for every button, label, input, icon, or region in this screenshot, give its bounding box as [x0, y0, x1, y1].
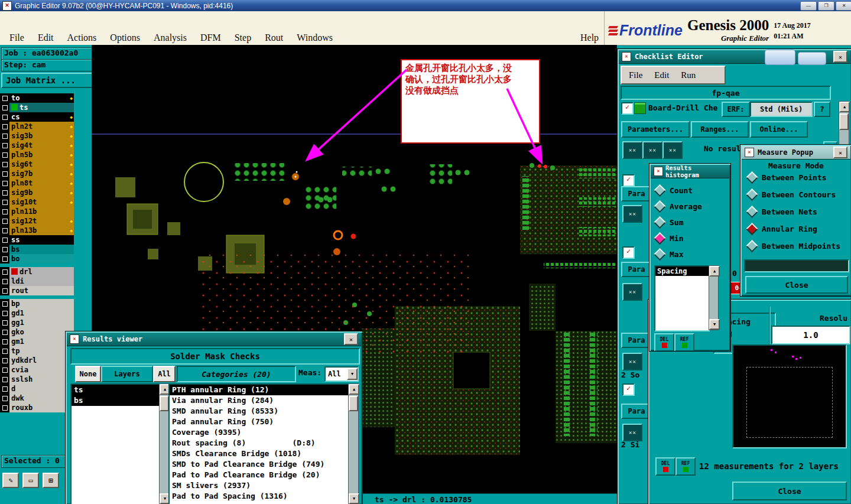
mode-between-midpoints[interactable]: Between Midpoints: [748, 242, 840, 251]
online-button[interactable]: Online...: [750, 121, 808, 138]
menu-options[interactable]: Options: [110, 32, 140, 43]
layer-checkbox[interactable]: [0, 267, 9, 277]
layer-checkbox[interactable]: [0, 403, 9, 412]
layer-checkbox[interactable]: [0, 245, 9, 254]
menu-step[interactable]: Step: [235, 32, 251, 43]
layer-checkbox[interactable]: [0, 365, 9, 375]
grid-tool-button[interactable]: ⊞: [43, 473, 59, 488]
layer-row-gm1[interactable]: gm1: [0, 337, 74, 346]
mode-between-nets[interactable]: Between Nets: [748, 207, 817, 216]
layer-checkbox[interactable]: [0, 277, 9, 286]
results-viewer-close-button[interactable]: ✕: [344, 333, 358, 345]
menu-edit[interactable]: Edit: [38, 32, 54, 43]
layer-checkbox[interactable]: [0, 308, 9, 318]
layer-checkbox[interactable]: [0, 394, 9, 403]
layer-item-bs[interactable]: bs: [72, 395, 160, 406]
layer-checkbox[interactable]: [0, 122, 9, 131]
layer-checkbox[interactable]: [0, 235, 9, 245]
category-row[interactable]: Via annular Ring (284): [170, 395, 349, 406]
checklist-menu-run[interactable]: Run: [681, 70, 696, 80]
layer-checkbox[interactable]: [0, 141, 9, 150]
ranges-button[interactable]: Ranges...: [691, 121, 749, 138]
job-matrix-button[interactable]: Job Matrix ...: [1, 73, 95, 88]
layer-row-tp[interactable]: tp: [0, 346, 74, 356]
measure-preview[interactable]: [732, 344, 847, 448]
layer-row-rout[interactable]: rout: [0, 286, 74, 295]
help-button[interactable]: ?: [814, 102, 830, 117]
close-button[interactable]: ✕: [836, 1, 851, 11]
ref-button[interactable]: REF: [675, 457, 696, 476]
layer-row-drl[interactable]: drl: [0, 267, 74, 277]
histogram-scrollbar[interactable]: ▲ ▼: [709, 265, 719, 330]
scroll-up-button[interactable]: ▲: [349, 384, 359, 395]
layer-checkbox[interactable]: [0, 384, 9, 394]
layer-checkbox[interactable]: [0, 93, 9, 103]
layer-row-cvia[interactable]: cvia: [0, 365, 74, 375]
check-enabled-checkbox[interactable]: ✓: [621, 102, 634, 115]
histogram-list[interactable]: Spacing: [654, 265, 710, 331]
category-row[interactable]: Rout spacing (8) (D:8): [170, 438, 349, 448]
layer-row-sslsh[interactable]: sslsh: [0, 375, 74, 384]
layer-row-ss[interactable]: ss: [0, 235, 74, 245]
histogram-del-button[interactable]: DEL: [654, 333, 674, 352]
parameters-button-partial[interactable]: Para: [621, 262, 652, 277]
shape-tool-button[interactable]: ▭: [22, 473, 39, 488]
results-icon-button[interactable]: ✕✕: [622, 353, 642, 370]
filter-none-button[interactable]: None: [75, 366, 101, 382]
resolution-value[interactable]: 1.0: [771, 326, 850, 344]
category-row[interactable]: SM slivers (2937): [170, 480, 349, 491]
category-row[interactable]: PTH annular Ring (12): [170, 385, 349, 395]
checklist-close-button[interactable]: ✕: [833, 51, 847, 63]
measure-popup-close-button[interactable]: ✕: [833, 147, 847, 158]
layer-row-sig7b[interactable]: sig7b◆: [0, 169, 74, 178]
layer-checkbox[interactable]: [0, 318, 9, 327]
histogram-option-average[interactable]: Average: [655, 202, 702, 211]
results-category-scrollbar[interactable]: ▲ ▼: [348, 383, 359, 504]
layer-checkbox[interactable]: [0, 346, 9, 356]
results-icon-button[interactable]: ✕✕: [622, 283, 642, 301]
erf-value[interactable]: Std (Mils): [750, 102, 813, 117]
filter-all-button[interactable]: All: [153, 366, 176, 382]
meas-dropdown[interactable]: All ▼: [324, 366, 359, 382]
menu-dfm[interactable]: DFM: [200, 32, 221, 43]
layer-row-d[interactable]: d: [0, 384, 74, 394]
category-row[interactable]: Pad to Pad Spacing (1316): [170, 491, 349, 502]
histogram-option-max[interactable]: Max: [655, 250, 683, 259]
measurement-close-button[interactable]: Close: [732, 482, 847, 500]
results-icon-button[interactable]: ✕✕: [622, 424, 642, 441]
layer-checkbox[interactable]: [0, 254, 9, 264]
histogram-ref-button[interactable]: REF: [674, 333, 694, 352]
histogram-option-min[interactable]: Min: [655, 234, 683, 243]
layer-row-gd1[interactable]: gd1: [0, 308, 74, 318]
layer-row-gg1[interactable]: gg1: [0, 318, 74, 327]
menu-windows[interactable]: Windows: [297, 32, 333, 43]
layer-checkbox[interactable]: [0, 169, 9, 178]
results-icon-button[interactable]: ✕✕: [622, 205, 642, 223]
results-icon-button-1[interactable]: ✕✕: [622, 141, 642, 159]
menu-analysis[interactable]: Analysis: [154, 32, 187, 43]
layer-checkbox[interactable]: [0, 131, 9, 141]
layer-checkbox[interactable]: [0, 207, 9, 216]
layer-checkbox[interactable]: [0, 188, 9, 197]
layer-checkbox[interactable]: [0, 337, 9, 346]
layer-row-sig9b[interactable]: sig9b◆: [0, 188, 74, 197]
layer-row-sig6t[interactable]: sig6t◆: [0, 160, 74, 169]
layer-row-pln2t[interactable]: pln2t◆: [0, 122, 74, 131]
results-icon-button-3[interactable]: ✕✕: [662, 141, 683, 159]
check-enabled-checkbox[interactable]: ✓: [622, 383, 635, 396]
layer-row-ydkdrl[interactable]: ydkdrl: [0, 356, 74, 365]
scroll-thumb[interactable]: [349, 396, 358, 411]
layer-row-bs[interactable]: bs: [0, 245, 74, 254]
del-button[interactable]: DEL: [655, 457, 675, 476]
layer-checkbox[interactable]: [0, 327, 9, 337]
layer-row-bp[interactable]: bp: [0, 299, 74, 308]
histogram-option-count[interactable]: Count: [655, 186, 693, 195]
results-viewer-titlebar[interactable]: ✕ Results viewer ✕: [67, 333, 361, 346]
layer-checkbox[interactable]: [0, 178, 9, 188]
scroll-up-button[interactable]: ▲: [709, 266, 720, 277]
category-row[interactable]: SMDs Clearance Bridge (1018): [170, 448, 349, 459]
scroll-thumb[interactable]: [160, 396, 169, 411]
layer-row-rouxb[interactable]: rouxb: [0, 403, 74, 412]
scroll-down-button[interactable]: ▼: [349, 493, 359, 504]
layer-row-ts[interactable]: ts: [0, 103, 74, 112]
